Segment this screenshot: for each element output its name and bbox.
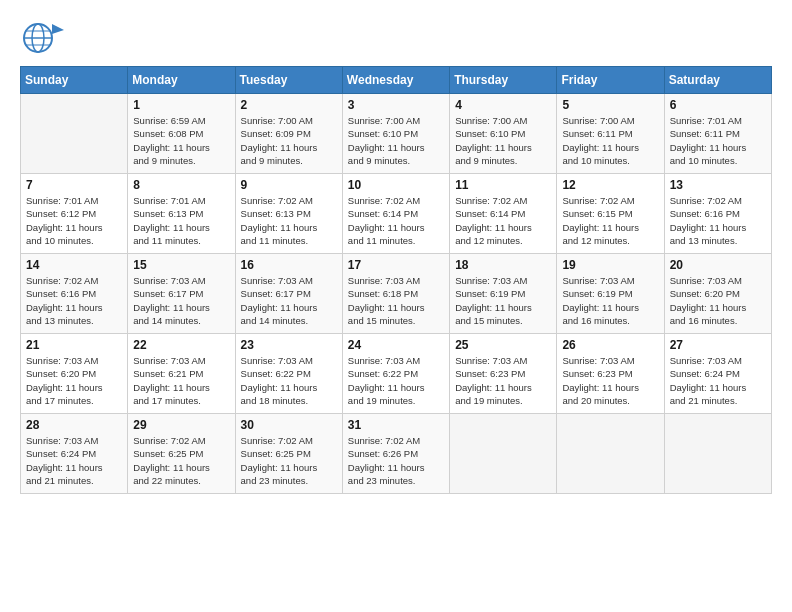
calendar-cell: 20Sunrise: 7:03 AMSunset: 6:20 PMDayligh… — [664, 254, 771, 334]
day-number: 19 — [562, 258, 658, 272]
calendar-cell: 15Sunrise: 7:03 AMSunset: 6:17 PMDayligh… — [128, 254, 235, 334]
calendar-cell: 27Sunrise: 7:03 AMSunset: 6:24 PMDayligh… — [664, 334, 771, 414]
day-info: Sunrise: 7:03 AMSunset: 6:17 PMDaylight:… — [133, 274, 229, 327]
calendar-cell: 7Sunrise: 7:01 AMSunset: 6:12 PMDaylight… — [21, 174, 128, 254]
day-info: Sunrise: 7:02 AMSunset: 6:14 PMDaylight:… — [455, 194, 551, 247]
day-number: 12 — [562, 178, 658, 192]
day-info: Sunrise: 7:02 AMSunset: 6:13 PMDaylight:… — [241, 194, 337, 247]
calendar-cell: 21Sunrise: 7:03 AMSunset: 6:20 PMDayligh… — [21, 334, 128, 414]
day-info: Sunrise: 7:03 AMSunset: 6:21 PMDaylight:… — [133, 354, 229, 407]
calendar-cell: 4Sunrise: 7:00 AMSunset: 6:10 PMDaylight… — [450, 94, 557, 174]
day-info: Sunrise: 7:00 AMSunset: 6:11 PMDaylight:… — [562, 114, 658, 167]
day-of-week-header: Wednesday — [342, 67, 449, 94]
day-number: 25 — [455, 338, 551, 352]
day-number: 24 — [348, 338, 444, 352]
day-info: Sunrise: 7:01 AMSunset: 6:12 PMDaylight:… — [26, 194, 122, 247]
day-of-week-header: Monday — [128, 67, 235, 94]
day-info: Sunrise: 7:03 AMSunset: 6:19 PMDaylight:… — [562, 274, 658, 327]
day-number: 30 — [241, 418, 337, 432]
calendar-cell: 8Sunrise: 7:01 AMSunset: 6:13 PMDaylight… — [128, 174, 235, 254]
day-number: 5 — [562, 98, 658, 112]
calendar-cell: 9Sunrise: 7:02 AMSunset: 6:13 PMDaylight… — [235, 174, 342, 254]
calendar-cell: 25Sunrise: 7:03 AMSunset: 6:23 PMDayligh… — [450, 334, 557, 414]
day-number: 17 — [348, 258, 444, 272]
calendar-cell: 6Sunrise: 7:01 AMSunset: 6:11 PMDaylight… — [664, 94, 771, 174]
calendar-cell — [450, 414, 557, 494]
day-number: 22 — [133, 338, 229, 352]
calendar-cell — [21, 94, 128, 174]
day-info: Sunrise: 7:00 AMSunset: 6:10 PMDaylight:… — [348, 114, 444, 167]
day-info: Sunrise: 7:00 AMSunset: 6:10 PMDaylight:… — [455, 114, 551, 167]
day-number: 28 — [26, 418, 122, 432]
calendar-week-row: 14Sunrise: 7:02 AMSunset: 6:16 PMDayligh… — [21, 254, 772, 334]
day-info: Sunrise: 7:03 AMSunset: 6:20 PMDaylight:… — [26, 354, 122, 407]
calendar-table: SundayMondayTuesdayWednesdayThursdayFrid… — [20, 66, 772, 494]
calendar-cell: 2Sunrise: 7:00 AMSunset: 6:09 PMDaylight… — [235, 94, 342, 174]
calendar-week-row: 7Sunrise: 7:01 AMSunset: 6:12 PMDaylight… — [21, 174, 772, 254]
day-number: 7 — [26, 178, 122, 192]
calendar-cell — [557, 414, 664, 494]
day-number: 26 — [562, 338, 658, 352]
day-info: Sunrise: 7:03 AMSunset: 6:19 PMDaylight:… — [455, 274, 551, 327]
day-number: 20 — [670, 258, 766, 272]
day-info: Sunrise: 7:03 AMSunset: 6:23 PMDaylight:… — [455, 354, 551, 407]
day-info: Sunrise: 6:59 AMSunset: 6:08 PMDaylight:… — [133, 114, 229, 167]
calendar-cell: 16Sunrise: 7:03 AMSunset: 6:17 PMDayligh… — [235, 254, 342, 334]
day-of-week-header: Saturday — [664, 67, 771, 94]
day-of-week-header: Thursday — [450, 67, 557, 94]
day-number: 15 — [133, 258, 229, 272]
day-number: 29 — [133, 418, 229, 432]
calendar-cell: 26Sunrise: 7:03 AMSunset: 6:23 PMDayligh… — [557, 334, 664, 414]
calendar-cell: 1Sunrise: 6:59 AMSunset: 6:08 PMDaylight… — [128, 94, 235, 174]
day-of-week-header: Friday — [557, 67, 664, 94]
calendar-cell: 10Sunrise: 7:02 AMSunset: 6:14 PMDayligh… — [342, 174, 449, 254]
day-info: Sunrise: 7:02 AMSunset: 6:16 PMDaylight:… — [670, 194, 766, 247]
calendar-cell — [664, 414, 771, 494]
day-number: 23 — [241, 338, 337, 352]
day-info: Sunrise: 7:03 AMSunset: 6:23 PMDaylight:… — [562, 354, 658, 407]
day-number: 9 — [241, 178, 337, 192]
calendar-header-row: SundayMondayTuesdayWednesdayThursdayFrid… — [21, 67, 772, 94]
calendar-cell: 24Sunrise: 7:03 AMSunset: 6:22 PMDayligh… — [342, 334, 449, 414]
calendar-cell: 31Sunrise: 7:02 AMSunset: 6:26 PMDayligh… — [342, 414, 449, 494]
day-info: Sunrise: 7:03 AMSunset: 6:22 PMDaylight:… — [241, 354, 337, 407]
day-info: Sunrise: 7:02 AMSunset: 6:25 PMDaylight:… — [241, 434, 337, 487]
logo — [20, 20, 70, 56]
day-info: Sunrise: 7:02 AMSunset: 6:16 PMDaylight:… — [26, 274, 122, 327]
calendar-week-row: 1Sunrise: 6:59 AMSunset: 6:08 PMDaylight… — [21, 94, 772, 174]
day-info: Sunrise: 7:02 AMSunset: 6:15 PMDaylight:… — [562, 194, 658, 247]
day-number: 2 — [241, 98, 337, 112]
page-header — [20, 20, 772, 56]
logo-icon — [20, 20, 64, 56]
day-number: 4 — [455, 98, 551, 112]
day-number: 3 — [348, 98, 444, 112]
day-number: 1 — [133, 98, 229, 112]
calendar-week-row: 21Sunrise: 7:03 AMSunset: 6:20 PMDayligh… — [21, 334, 772, 414]
calendar-cell: 12Sunrise: 7:02 AMSunset: 6:15 PMDayligh… — [557, 174, 664, 254]
day-number: 18 — [455, 258, 551, 272]
day-number: 27 — [670, 338, 766, 352]
calendar-cell: 28Sunrise: 7:03 AMSunset: 6:24 PMDayligh… — [21, 414, 128, 494]
day-number: 16 — [241, 258, 337, 272]
calendar-cell: 13Sunrise: 7:02 AMSunset: 6:16 PMDayligh… — [664, 174, 771, 254]
calendar-cell: 14Sunrise: 7:02 AMSunset: 6:16 PMDayligh… — [21, 254, 128, 334]
calendar-cell: 30Sunrise: 7:02 AMSunset: 6:25 PMDayligh… — [235, 414, 342, 494]
day-info: Sunrise: 7:03 AMSunset: 6:22 PMDaylight:… — [348, 354, 444, 407]
day-number: 21 — [26, 338, 122, 352]
day-info: Sunrise: 7:03 AMSunset: 6:24 PMDaylight:… — [670, 354, 766, 407]
calendar-cell: 29Sunrise: 7:02 AMSunset: 6:25 PMDayligh… — [128, 414, 235, 494]
calendar-cell: 5Sunrise: 7:00 AMSunset: 6:11 PMDaylight… — [557, 94, 664, 174]
day-info: Sunrise: 7:01 AMSunset: 6:11 PMDaylight:… — [670, 114, 766, 167]
calendar-cell: 18Sunrise: 7:03 AMSunset: 6:19 PMDayligh… — [450, 254, 557, 334]
day-info: Sunrise: 7:02 AMSunset: 6:26 PMDaylight:… — [348, 434, 444, 487]
day-number: 31 — [348, 418, 444, 432]
day-of-week-header: Sunday — [21, 67, 128, 94]
calendar-cell: 11Sunrise: 7:02 AMSunset: 6:14 PMDayligh… — [450, 174, 557, 254]
day-info: Sunrise: 7:02 AMSunset: 6:14 PMDaylight:… — [348, 194, 444, 247]
day-info: Sunrise: 7:01 AMSunset: 6:13 PMDaylight:… — [133, 194, 229, 247]
day-of-week-header: Tuesday — [235, 67, 342, 94]
calendar-cell: 3Sunrise: 7:00 AMSunset: 6:10 PMDaylight… — [342, 94, 449, 174]
calendar-week-row: 28Sunrise: 7:03 AMSunset: 6:24 PMDayligh… — [21, 414, 772, 494]
day-info: Sunrise: 7:03 AMSunset: 6:20 PMDaylight:… — [670, 274, 766, 327]
day-number: 11 — [455, 178, 551, 192]
